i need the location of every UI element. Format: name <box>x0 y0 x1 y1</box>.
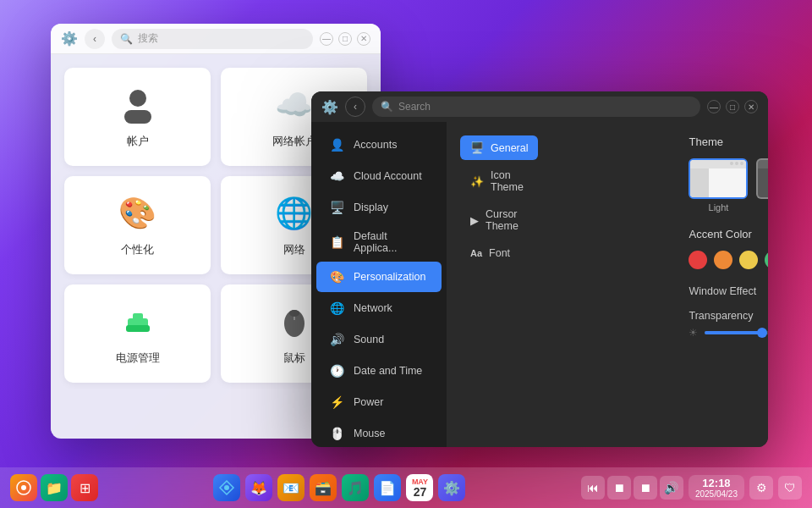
accent-dot-green[interactable] <box>765 251 768 269</box>
sub-nav-icon-theme[interactable]: ✨ Icon Theme <box>460 163 538 199</box>
settings-item-accounts[interactable]: 帐户 <box>64 68 211 166</box>
accounts-sidebar-icon: 👤 <box>328 136 345 153</box>
accent-dot-red[interactable] <box>689 251 707 269</box>
theme-card-light[interactable]: Light <box>689 158 748 213</box>
general-subnav-icon: 🖥️ <box>470 141 484 154</box>
cloud-label: 网络帐户 <box>272 134 316 149</box>
stop-button-2[interactable]: ⏹ <box>634 476 657 500</box>
power-label: 电源管理 <box>116 351 160 366</box>
shield-icon[interactable]: 🛡 <box>778 476 802 500</box>
accent-color-title: Accent Color <box>689 228 768 240</box>
sidebar-power-label: Power <box>354 396 383 408</box>
win-fg-search-icon: 🔍 <box>381 101 393 113</box>
win-bg-back-button[interactable]: ‹ <box>85 29 105 49</box>
display-sidebar-icon: 🖥️ <box>328 199 345 216</box>
win-fg-search-label: Search <box>398 101 431 113</box>
sidebar-default-apps-label: Default Applica... <box>354 230 430 254</box>
transparency-label: Transparency <box>689 310 753 322</box>
win-bg-close-button[interactable]: ✕ <box>357 32 370 46</box>
sidebar-item-power[interactable]: ⚡ Power <box>316 387 442 417</box>
sidebar-item-personalization[interactable]: 🎨 Personalization <box>316 262 442 292</box>
window-effect-row: Window Effect <box>689 283 768 300</box>
win-bg-maximize-button[interactable]: □ <box>338 32 352 46</box>
settings-item-power[interactable]: 电源管理 <box>64 284 211 383</box>
volume-button[interactable]: 🔊 <box>660 476 683 500</box>
theme-cards: Light <box>689 158 768 213</box>
prev-button[interactable]: ⏮ <box>581 476 605 500</box>
power-icon <box>118 301 158 342</box>
slider-min-icon: ☀ <box>689 327 698 339</box>
sidebar-network-label: Network <box>354 302 392 314</box>
win-fg-close-button[interactable]: ✕ <box>744 100 758 113</box>
taskbar: 📁 ⊞ 🦊 📧 🗃️ 🎵 📄 MAY 27 ⚙️ ⏮ ⏹ <box>0 467 812 508</box>
taskbar-launcher-button[interactable] <box>10 474 37 501</box>
taskbar-docs-button[interactable]: 📄 <box>374 474 401 501</box>
svg-rect-3 <box>126 325 150 332</box>
personalization-sidebar-icon: 🎨 <box>328 268 345 285</box>
taskbar-files-button[interactable]: 📁 <box>41 474 68 501</box>
transparency-slider-row: ☀ ☀ <box>689 327 768 339</box>
sidebar-item-cloud[interactable]: ☁️ Cloud Account <box>316 161 442 191</box>
taskbar-email-button[interactable]: 📧 <box>277 474 304 501</box>
sub-nav-font[interactable]: Aa Font <box>460 241 538 265</box>
clock[interactable]: 12:18 2025/04/23 <box>689 475 744 500</box>
sidebar-cloud-label: Cloud Account <box>354 170 422 182</box>
taskbar-calendar-button[interactable]: MAY 27 <box>406 474 433 501</box>
win-fg-content: 👤 Accounts ☁️ Cloud Account 🖥️ Display 📋… <box>311 122 768 447</box>
sidebar-item-sound[interactable]: 🔊 Sound <box>316 324 442 355</box>
theme-title: Theme <box>689 135 768 148</box>
taskbar-apps-button[interactable]: ⊞ <box>71 474 98 501</box>
window-fg: ⚙️ ‹ 🔍 Search — □ ✕ 👤 Accounts ☁️ <box>311 91 768 447</box>
win-bg-search[interactable]: 🔍 搜索 <box>112 29 313 49</box>
win-fg-minimize-button[interactable]: — <box>707 100 721 113</box>
cloud-icon: ☁️ <box>274 85 315 125</box>
svg-point-10 <box>224 485 229 490</box>
sidebar-item-mouse[interactable]: 🖱️ Mouse <box>316 418 442 447</box>
taskbar-browser-button[interactable] <box>213 474 240 501</box>
accent-dot-yellow[interactable] <box>739 251 758 269</box>
sidebar-item-display[interactable]: 🖥️ Display <box>316 192 442 223</box>
sub-nav-general[interactable]: 🖥️ General <box>460 135 538 160</box>
settings-item-personalization[interactable]: 🎨 个性化 <box>64 176 211 274</box>
sub-nav-cursor-theme[interactable]: ▶ Cursor Theme <box>460 202 538 238</box>
svg-rect-4 <box>133 313 143 320</box>
theme-preview-light <box>689 158 748 199</box>
window-effect-label: Window Effect <box>689 285 756 297</box>
taskbar-music-button[interactable]: 🎵 <box>342 474 369 501</box>
network-icon: 🌐 <box>274 193 315 234</box>
taskbar-center: 🦊 📧 🗃️ 🎵 📄 MAY 27 ⚙️ <box>98 474 581 501</box>
win-fg-search[interactable]: 🔍 Search <box>372 97 700 117</box>
win-fg-maximize-button[interactable]: □ <box>726 100 739 113</box>
win-fg-titlebar: ⚙️ ‹ 🔍 Search — □ ✕ <box>311 91 768 122</box>
sidebar-datetime-label: Date and Time <box>354 365 422 377</box>
sidebar-item-accounts[interactable]: 👤 Accounts <box>316 130 442 160</box>
svg-point-7 <box>289 310 299 317</box>
sound-sidebar-icon: 🔊 <box>328 331 345 348</box>
power-sidebar-icon: ⚡ <box>328 394 345 411</box>
sidebar-item-default-apps[interactable]: 📋 Default Applica... <box>316 224 442 261</box>
win-bg-minimize-button[interactable]: — <box>320 32 333 46</box>
accent-dot-orange[interactable] <box>714 251 732 269</box>
taskbar-archive-button[interactable]: 🗃️ <box>310 474 337 501</box>
sidebar-personalization-label: Personalization <box>354 271 425 283</box>
sidebar-item-network[interactable]: 🌐 Network <box>316 293 442 323</box>
personalization-icon: 🎨 <box>118 193 158 234</box>
sidebar-item-datetime[interactable]: 🕐 Date and Time <box>316 356 442 386</box>
win-fg-back-button[interactable]: ‹ <box>345 97 365 117</box>
win-fg-settings-icon: ⚙️ <box>321 99 338 115</box>
accounts-icon <box>118 85 158 125</box>
taskbar-vpn-button[interactable]: 🦊 <box>245 474 272 501</box>
sidebar-mouse-label: Mouse <box>354 428 386 439</box>
transparency-slider[interactable] <box>705 331 768 334</box>
slider-fill <box>705 331 761 334</box>
cursor-theme-subnav-icon: ▶ <box>470 214 479 227</box>
personalization-label: 个性化 <box>121 242 154 257</box>
stop-button-1[interactable]: ⏹ <box>607 476 631 500</box>
mouse-label: 鼠标 <box>283 351 305 366</box>
network-sidebar-icon: 🌐 <box>328 300 345 317</box>
accounts-label: 帐户 <box>127 134 149 149</box>
system-tray-icon[interactable]: ⚙ <box>749 476 773 500</box>
taskbar-settings-button[interactable]: ⚙️ <box>438 474 465 501</box>
win-bg-settings-icon: ⚙️ <box>61 30 78 47</box>
theme-card-auto[interactable]: Auto <box>756 158 768 213</box>
